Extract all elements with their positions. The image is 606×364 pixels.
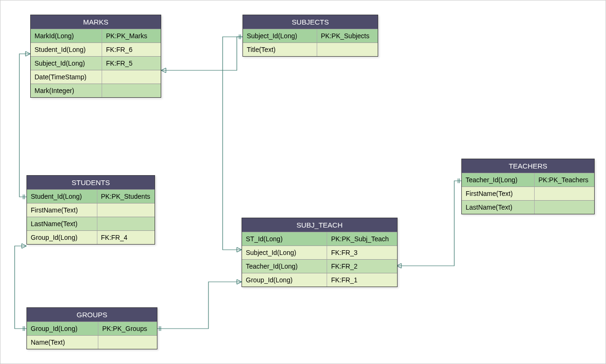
table-row: ST_Id(Long) PK:PK_Subj_Teach [242,232,397,245]
col-name: Teacher_Id(Long) [242,260,327,273]
col-key: FK:FR_1 [327,273,397,287]
entity-teachers-title: TEACHERS [462,159,594,173]
table-row: Teacher_Id(Long) FK:FR_2 [242,259,397,273]
col-name: LastName(Text) [462,201,535,214]
table-row: Teacher_Id(Long) PK:PK_Teachers [462,173,594,186]
entity-subj-teach-title: SUBJ_TEACH [242,218,397,232]
entity-marks: MARKS MarkId(Long) PK:PK_Marks Student_I… [30,15,161,98]
entity-students: STUDENTS Student_Id(Long) PK:PK_Students… [26,175,155,245]
col-name: FirstName(Text) [462,187,535,200]
entity-marks-title: MARKS [31,15,161,29]
col-name: Mark(Integer) [31,84,102,97]
table-row: Student_Id(Long) FK:FR_6 [31,42,161,56]
table-row: Group_Id(Long) PK:PK_Groups [27,322,157,335]
col-key [97,217,155,230]
col-name: Subject_Id(Long) [242,246,327,259]
col-name: Subject_Id(Long) [31,57,102,70]
col-key [97,203,155,217]
col-name: Student_Id(Long) [31,43,102,56]
table-row: FirstName(Text) [27,203,155,217]
entity-groups-title: GROUPS [27,308,157,322]
col-key [98,336,157,349]
table-row: Group_Id(Long) FK:FR_1 [242,273,397,287]
col-key: PK:PK_Teachers [535,173,594,186]
entity-groups: GROUPS Group_Id(Long) PK:PK_Groups Name(… [26,307,157,349]
col-key [102,70,161,84]
table-row: FirstName(Text) [462,186,594,200]
table-row: MarkId(Long) PK:PK_Marks [31,29,161,42]
col-name: Group_Id(Long) [27,322,98,335]
col-key: PK:PK_Subjects [317,29,378,42]
entity-subjects-title: SUBJECTS [243,15,378,29]
entity-teachers: TEACHERS Teacher_Id(Long) PK:PK_Teachers… [461,159,595,214]
col-key: PK:PK_Marks [102,29,161,42]
col-name: Title(Text) [243,43,317,56]
col-key [535,201,594,214]
col-key: PK:PK_Students [97,190,155,203]
col-key [535,187,594,200]
entity-students-title: STUDENTS [27,176,155,189]
col-name: Student_Id(Long) [27,190,97,203]
table-row: Subject_Id(Long) FK:FR_5 [31,56,161,70]
entity-subjects: SUBJECTS Subject_Id(Long) PK:PK_Subjects… [242,15,378,57]
col-key: FK:FR_2 [327,260,397,273]
col-name: FirstName(Text) [27,203,97,217]
col-name: Subject_Id(Long) [243,29,317,42]
table-row: LastName(Text) [462,200,594,214]
col-key [317,43,378,56]
col-name: Date(TimeStamp) [31,70,102,84]
table-row: Title(Text) [243,42,378,56]
table-row: Name(Text) [27,335,157,349]
col-key: FK:FR_3 [327,246,397,259]
table-row: Date(TimeStamp) [31,70,161,84]
table-row: LastName(Text) [27,217,155,230]
table-row: Group_Id(Long) FK:FR_4 [27,230,155,244]
col-key: PK:PK_Groups [98,322,157,335]
col-name: Group_Id(Long) [242,273,327,287]
table-row: Student_Id(Long) PK:PK_Students [27,189,155,203]
col-key: FK:FR_4 [97,231,155,244]
table-row: Mark(Integer) [31,84,161,97]
col-name: Group_Id(Long) [27,231,97,244]
col-name: MarkId(Long) [31,29,102,42]
entity-subj-teach: SUBJ_TEACH ST_Id(Long) PK:PK_Subj_Teach … [242,218,398,287]
col-key [102,84,161,97]
col-name: Name(Text) [27,336,98,349]
col-key: FK:FR_6 [102,43,161,56]
col-name: LastName(Text) [27,217,97,230]
col-name: Teacher_Id(Long) [462,173,535,186]
table-row: Subject_Id(Long) FK:FR_3 [242,245,397,259]
col-name: ST_Id(Long) [242,232,327,245]
table-row: Subject_Id(Long) PK:PK_Subjects [243,29,378,42]
col-key: PK:PK_Subj_Teach [327,232,397,245]
col-key: FK:FR_5 [102,57,161,70]
